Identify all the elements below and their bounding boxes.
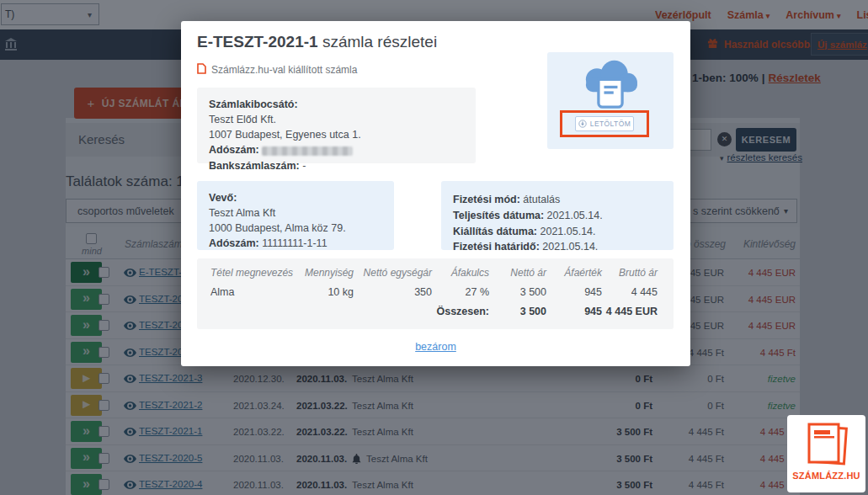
invoice-items-table: Tétel megnevezésMennyiségNettó egységárÁ… bbox=[197, 258, 674, 329]
szamlazz-logo-text: SZÁMLÁZZ.HU bbox=[792, 471, 860, 481]
payment-line: Fizetési mód: átutalás bbox=[453, 192, 662, 208]
items-header-cell: Nettó egységár bbox=[354, 267, 432, 279]
blurred-tax-number bbox=[262, 146, 353, 156]
items-cell: 10 kg bbox=[278, 286, 354, 298]
payment-line: Fizetési határidő: 2021.05.14. bbox=[453, 239, 662, 255]
total-vat: 945 bbox=[546, 306, 602, 317]
modal-subtitle: Számlázz.hu-val kiállított számla bbox=[197, 63, 357, 77]
payment-label: Kiállítás dátuma: bbox=[453, 226, 537, 237]
download-circle-icon bbox=[578, 120, 587, 128]
close-modal-link[interactable]: bezárom bbox=[415, 341, 456, 353]
items-header-cell: Mennyiség bbox=[278, 267, 354, 279]
szamlazz-logo: SZÁMLÁZZ.HU bbox=[787, 415, 865, 492]
download-box: LETÖLTÖM bbox=[547, 52, 674, 149]
items-cell: 3 500 bbox=[489, 286, 546, 298]
items-header-cell: Nettó ár bbox=[489, 267, 546, 279]
payment-line: Kiállítás dátuma: 2021.05.14. bbox=[453, 224, 662, 240]
payment-box: Fizetési mód: átutalásTeljesítés dátuma:… bbox=[441, 181, 674, 250]
modal-title: E-TESZT-2021-1 számla részletei bbox=[197, 33, 437, 51]
total-gross: 4 445 EUR bbox=[602, 306, 658, 317]
items-cell: 350 bbox=[354, 286, 432, 298]
items-total-row: Összesen: 3 500 945 4 445 EUR bbox=[197, 306, 674, 317]
payment-label: Teljesítés dátuma: bbox=[453, 210, 544, 221]
items-header-row: Tétel megnevezésMennyiségNettó egységárÁ… bbox=[197, 267, 674, 279]
total-net: 3 500 bbox=[489, 306, 546, 317]
payment-label: Fizetési határidő: bbox=[453, 241, 540, 253]
modal-footer: bezárom bbox=[181, 338, 690, 354]
items-cell: 945 bbox=[546, 286, 602, 298]
items-header-cell: Tétel megnevezés bbox=[210, 267, 278, 279]
szamlazz-papers-icon bbox=[802, 419, 851, 470]
items-cell: Alma bbox=[210, 286, 278, 298]
items-cell: 4 445 bbox=[602, 286, 658, 298]
invoice-details-modal: E-TESZT-2021-1 számla részletei Számlázz… bbox=[181, 21, 690, 366]
payment-label: Fizetési mód: bbox=[453, 194, 520, 205]
items-header-cell: Bruttó ár bbox=[602, 267, 658, 279]
items-row: Alma10 kg35027 %3 5009454 445 bbox=[197, 286, 674, 298]
items-cell: 27 % bbox=[432, 286, 489, 298]
download-button[interactable]: LETÖLTÖM bbox=[575, 116, 634, 131]
screen: T) ▾ VezérlőpultSzámla▾Archívum▾Listák▾B… bbox=[0, 0, 868, 495]
payment-line: Teljesítés dátuma: 2021.05.14. bbox=[453, 208, 662, 224]
cloud-document-icon bbox=[571, 57, 650, 109]
items-header-cell: Áfakulcs bbox=[432, 267, 489, 279]
invoice-doc-icon bbox=[197, 63, 206, 77]
customer-box: Vevő: Teszt Alma Kft 1000 Budapest, Alma… bbox=[197, 181, 394, 250]
issuer-box: Számlakibocsátó: Teszt Előd Kft. 1007 Bu… bbox=[197, 88, 476, 163]
total-label: Összesen: bbox=[432, 306, 489, 317]
items-header-cell: Áfaérték bbox=[546, 267, 602, 279]
